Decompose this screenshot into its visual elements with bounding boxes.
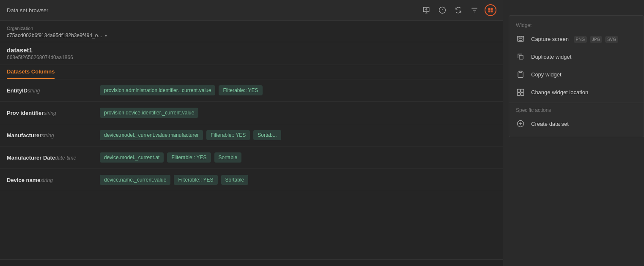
change-widget-location-menu-item[interactable]: Change widget location (509, 83, 644, 101)
table-row: Manufacturerstring device.model._current… (0, 124, 503, 147)
refresh-icon[interactable] (452, 4, 464, 16)
tag: Sortable (221, 175, 249, 185)
column-name: Device namestring (7, 177, 100, 183)
org-section: Organization c75acd003b6f9134a95df182b3e… (0, 21, 503, 42)
svg-rect-12 (518, 93, 521, 96)
column-name: EntityIDstring (7, 87, 100, 94)
svg-rect-2 (488, 8, 491, 10)
widget-section-label: Widget (509, 20, 644, 30)
tag: device.model._current.value.manufacturer (100, 130, 203, 140)
tag: Sortable (214, 152, 242, 163)
org-label: Organization (7, 26, 496, 31)
capture-screen-label: Capture screen PNG JPG SVG (531, 36, 618, 42)
tabs-section: Datasets Columns (0, 65, 503, 79)
change-location-icon (516, 87, 525, 97)
svg-rect-4 (488, 11, 491, 13)
column-tags: device.name._current.value Filterable:: … (100, 175, 248, 185)
svg-rect-3 (491, 8, 493, 10)
column-tags: device.model._current.value.manufacturer… (100, 130, 281, 140)
capture-screen-icon (516, 34, 525, 43)
org-text: c75acd003b6f9134a95df182b3e9f494_o... (7, 33, 102, 38)
tag: provision.administration.identifier._cur… (100, 85, 215, 95)
column-tags: provision.administration.identifier._cur… (100, 85, 263, 95)
main-panel: Data set browser (0, 0, 503, 266)
create-data-set-label: Create data set (531, 121, 569, 127)
tag: Filterable:: YES (174, 175, 217, 185)
table-row: Device namestring device.name._current.v… (0, 169, 503, 191)
svg-rect-8 (519, 55, 523, 59)
tag: device.name._current.value (100, 175, 170, 185)
jpg-badge: JPG (590, 36, 602, 43)
create-dataset-icon (516, 119, 525, 128)
columns-list: EntityIDstring provision.administration.… (0, 79, 503, 259)
filter-icon[interactable] (469, 4, 480, 16)
capture-screen-menu-item[interactable]: Capture screen PNG JPG SVG (509, 30, 644, 48)
chevron-down-icon: ▾ (105, 33, 107, 38)
create-data-set-menu-item[interactable]: Create data set (509, 115, 644, 133)
table-row: Manufacturer Datedate-time device.model.… (0, 147, 503, 169)
widget-dropdown-menu: Widget Capture screen PNG JPG SVG (509, 15, 644, 137)
header-bar: Data set browser (0, 0, 503, 21)
dataset-section: dataset1 668e5f2656268074d0aa1866 (0, 42, 503, 65)
copy-widget-label: Copy widget (531, 71, 562, 78)
dataset-name: dataset1 (7, 46, 496, 54)
copy-widget-menu-item[interactable]: Copy widget (509, 65, 644, 83)
svg-rect-9 (519, 71, 522, 73)
column-name: Prov identifierstring (7, 110, 100, 116)
column-tags: provision.device.identifier._current.val… (100, 108, 198, 118)
header-icons (420, 4, 496, 16)
page-title: Data set browser (7, 7, 48, 14)
table-row: EntityIDstring provision.administration.… (0, 79, 503, 102)
menu-divider (509, 103, 644, 103)
tag: Filterable:: YES (167, 152, 211, 163)
alert-icon[interactable] (436, 4, 448, 16)
bottom-scrollbar[interactable] (0, 259, 503, 266)
table-row: Prov identifierstring provision.device.i… (0, 102, 503, 124)
copy-widget-icon (516, 70, 525, 79)
column-name: Manufacturerstring (7, 132, 100, 138)
duplicate-widget-icon (516, 52, 525, 61)
specific-actions-label: Specific actions (509, 105, 644, 115)
tag: Filterable:: YES (219, 85, 262, 95)
tag: Filterable:: YES (206, 130, 250, 140)
org-value: c75acd003b6f9134a95df182b3e9f494_o... ▾ (7, 33, 496, 38)
svg-rect-13 (521, 93, 524, 96)
svg-rect-11 (521, 89, 524, 92)
tag: provision.device.identifier._current.val… (100, 108, 198, 118)
tab-datasets-columns[interactable]: Datasets Columns (7, 65, 55, 79)
tag: Sortab... (253, 130, 281, 140)
png-badge: PNG (574, 36, 587, 43)
duplicate-widget-label: Duplicate widget (531, 54, 571, 60)
svg-rect-10 (518, 89, 521, 92)
dataset-id: 668e5f2656268074d0aa1866 (7, 54, 496, 60)
svg-rect-5 (491, 11, 493, 13)
change-widget-location-label: Change widget location (531, 89, 588, 95)
export-icon[interactable] (420, 4, 432, 16)
widget-menu-icon[interactable] (485, 4, 496, 16)
svg-badge: SVG (605, 36, 618, 43)
column-name: Manufacturer Datedate-time (7, 155, 100, 161)
duplicate-widget-menu-item[interactable]: Duplicate widget (509, 48, 644, 65)
svg-rect-7 (519, 39, 522, 41)
tag: device.model._current.at (100, 152, 164, 163)
column-tags: device.model._current.at Filterable:: YE… (100, 152, 241, 163)
